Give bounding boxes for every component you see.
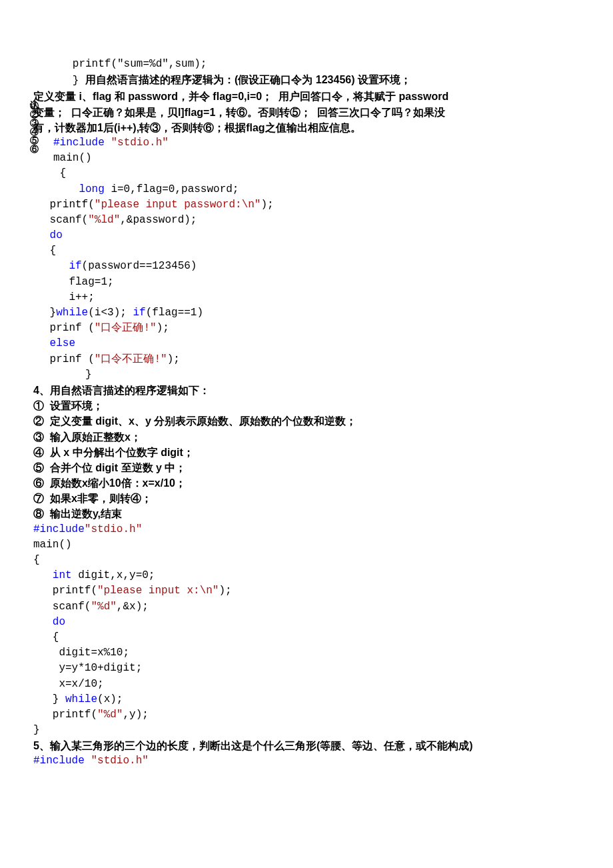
code-line: } bbox=[33, 723, 580, 738]
code-line: y=y*10+digit; bbox=[33, 661, 580, 676]
step-line: ② 定义变量 digit、x、y 分别表示原始数、原始数的个位数和逆数； bbox=[33, 413, 580, 429]
code-line: do bbox=[33, 228, 580, 243]
code-line: else bbox=[33, 336, 580, 351]
code-line: scanf("%d",&x); bbox=[33, 599, 580, 615]
code-line: { bbox=[33, 553, 580, 568]
step-line: ⑦ 如果x非零，则转④； bbox=[33, 491, 580, 506]
code-line: printf("sum=%d",sum); bbox=[33, 57, 580, 72]
code-line: if(password==123456) bbox=[33, 259, 580, 274]
code-line: prinf ("口令正确!"); bbox=[33, 321, 580, 336]
code-line: #include "stdio.h" bbox=[33, 135, 580, 151]
code-line: { bbox=[33, 243, 580, 259]
code-line: } while(x); bbox=[33, 692, 580, 707]
text-line: 有，计数器加1后(i++),转③，否则转⑥；根据flag之值输出相应信息。 bbox=[33, 120, 580, 135]
code-line: main() bbox=[33, 151, 580, 166]
text-line: 定义变量 i、flag 和 password，并令 flag=0,i=0； 用户… bbox=[33, 89, 580, 104]
code-line: { bbox=[33, 630, 580, 645]
code-line: printf("please input x:\n"); bbox=[33, 583, 580, 599]
text-line: 变量； 口令正确？如果是，贝l]flag=1，转⑥。否则转⑤； 回答三次口令了吗… bbox=[33, 105, 580, 120]
code-line: scanf("%ld",&password); bbox=[33, 213, 580, 228]
code-line: { bbox=[33, 166, 580, 181]
step-line: ⑤ 合并个位 digit 至逆数 y 中； bbox=[33, 460, 580, 475]
text-line: } 用自然语言描述的程序逻辑为：(假设正确口令为 123456) 设置环境； bbox=[33, 72, 580, 89]
step-line: ⑥ 原始数x缩小10倍：x=x/10； bbox=[33, 475, 580, 491]
step-line: ⑧ 输出逆数y,结束 bbox=[33, 506, 580, 521]
question-4-heading: 4、用自然语言描述的程序逻辑如下： bbox=[33, 383, 580, 398]
code-line: long i=0,flag=0,password; bbox=[33, 182, 580, 197]
question-5-heading: 5、输入某三角形的三个边的长度，判断出这是个什么三角形(等腰、等边、任意，或不能… bbox=[33, 738, 580, 753]
code-line: }while(i<3); if(flag==1) bbox=[33, 305, 580, 321]
step-line: ① 设置环境； bbox=[33, 398, 580, 413]
step-line: ③ 输入原始正整数x； bbox=[33, 429, 580, 445]
code-line: x=x/10; bbox=[33, 677, 580, 692]
code-line: int digit,x,y=0; bbox=[33, 568, 580, 583]
step-line: ④ 从 x 中分解出个位数字 digit； bbox=[33, 445, 580, 460]
code-line: main() bbox=[33, 537, 580, 553]
vertical-step-markers: 认①②③④⑤⑥ bbox=[28, 93, 41, 145]
code-line: prinf ("口令不正确!"); bbox=[33, 352, 580, 367]
code-line: i++; bbox=[33, 290, 580, 305]
code-line: printf("%d",y); bbox=[33, 707, 580, 723]
code-line: digit=x%10; bbox=[33, 645, 580, 661]
code-line: flag=1; bbox=[33, 275, 580, 290]
code-line: #include"stdio.h" bbox=[33, 522, 580, 537]
code-line: printf("please input password:\n"); bbox=[33, 197, 580, 213]
code-line: do bbox=[33, 615, 580, 630]
code-line: } bbox=[33, 367, 580, 383]
code-line: #include "stdio.h" bbox=[33, 753, 580, 769]
